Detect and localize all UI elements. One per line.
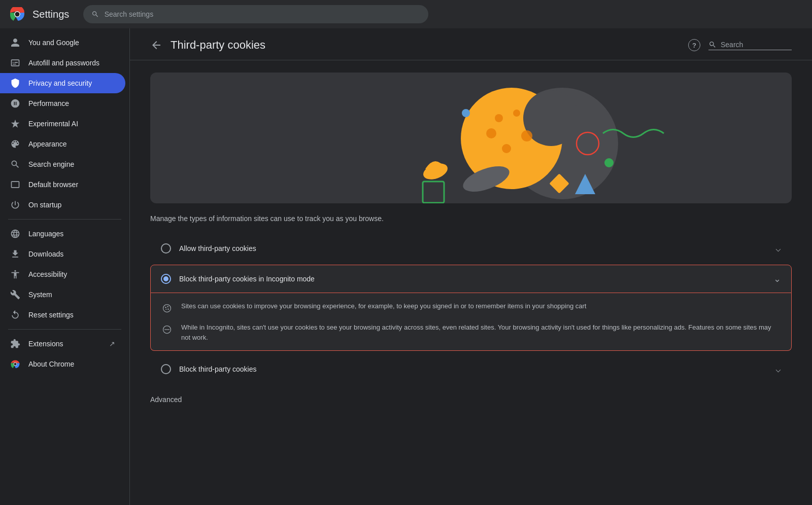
option-block-all[interactable]: Block third-party cookies ⌵ <box>150 355 792 383</box>
sidebar-label-privacy: Privacy and security <box>28 79 92 87</box>
radio-block-all[interactable] <box>161 364 171 374</box>
sidebar-label-on-startup: On startup <box>28 201 61 209</box>
sidebar-label-search-engine: Search engine <box>28 160 74 168</box>
page-title: Third-party cookies <box>171 39 265 52</box>
external-link-icon: ↗ <box>109 340 115 348</box>
option-allow[interactable]: Allow third-party cookies ⌵ <box>150 234 792 263</box>
svg-point-10 <box>521 130 532 141</box>
sidebar-item-on-startup[interactable]: On startup <box>0 195 125 215</box>
sidebar-item-performance[interactable]: Performance <box>0 93 125 114</box>
sidebar-item-you-and-google[interactable]: You and Google <box>0 32 125 53</box>
sidebar-item-about[interactable]: About Chrome <box>0 354 125 374</box>
help-button[interactable]: ? <box>688 39 700 51</box>
radio-block-incognito[interactable] <box>161 274 171 284</box>
content-header-right: ? <box>688 39 792 51</box>
svg-point-21 <box>163 305 171 312</box>
svg-point-8 <box>486 128 496 138</box>
sidebar-item-privacy[interactable]: Privacy and security <box>0 73 125 93</box>
svg-point-9 <box>502 144 511 153</box>
svg-point-1 <box>15 12 20 17</box>
reset-icon <box>10 310 20 320</box>
sidebar-item-extensions[interactable]: Extensions ↗ <box>0 334 125 354</box>
expanded-text-1: Sites can use cookies to improve your br… <box>181 301 586 311</box>
global-search-input[interactable] <box>105 10 421 18</box>
chrome-logo-icon <box>10 7 24 21</box>
globe-icon <box>10 229 20 239</box>
expanded-row-1: Sites can use cookies to improve your br… <box>161 301 781 314</box>
sidebar-item-reset[interactable]: Reset settings <box>0 305 125 325</box>
badge-icon <box>10 58 20 68</box>
sidebar-item-appearance[interactable]: Appearance <box>0 134 125 154</box>
chevron-down-icon-allow: ⌵ <box>775 243 781 254</box>
sidebar-label-languages: Languages <box>28 230 63 238</box>
cookie-detail-icon <box>161 302 173 314</box>
section-description: Manage the types of information sites ca… <box>130 213 812 234</box>
block-detail-icon <box>161 323 173 336</box>
expanded-row-2: While in Incognito, sites can't use your… <box>161 322 781 342</box>
sidebar-item-default-browser[interactable]: Default browser <box>0 174 125 195</box>
person-icon <box>10 38 20 48</box>
sidebar-label-downloads: Downloads <box>28 250 63 258</box>
svg-point-24 <box>167 308 169 310</box>
puzzle-icon <box>10 339 20 349</box>
option-block-incognito-label: Block third-party cookies in Incognito m… <box>179 275 765 283</box>
svg-point-22 <box>165 307 166 308</box>
sidebar-item-autofill[interactable]: Autofill and passwords <box>0 53 125 73</box>
sidebar-label-autofill: Autofill and passwords <box>28 59 99 67</box>
cookie-illustration <box>150 73 792 203</box>
radio-inner-dot <box>163 276 168 281</box>
content-search-bar[interactable] <box>708 41 792 50</box>
sidebar-label-extensions: Extensions <box>28 340 63 348</box>
advanced-section-label: Advanced <box>130 385 812 408</box>
content-area: Third-party cookies ? <box>130 28 812 505</box>
sidebar-label-experimental-ai: Experimental AI <box>28 120 78 128</box>
content-header: Third-party cookies ? <box>130 28 812 60</box>
chevron-down-icon-block-all: ⌵ <box>775 364 781 375</box>
search-icon <box>91 10 99 18</box>
sidebar-item-system[interactable]: System <box>0 284 125 305</box>
sidebar-item-downloads[interactable]: Downloads <box>0 244 125 264</box>
back-button[interactable] <box>150 39 162 51</box>
sidebar-label-accessibility: Accessibility <box>28 270 67 278</box>
sidebar-label-appearance: Appearance <box>28 140 67 148</box>
sidebar-label-default-browser: Default browser <box>28 181 78 189</box>
app-title: Settings <box>32 9 69 20</box>
sidebar-item-languages[interactable]: Languages <box>0 224 125 244</box>
search-engine-icon <box>10 159 20 169</box>
expanded-text-2: While in Incognito, sites can't use your… <box>181 322 781 342</box>
shield-icon <box>10 78 20 88</box>
svg-point-12 <box>513 110 520 117</box>
sidebar-label-reset: Reset settings <box>28 311 74 319</box>
browser-icon <box>10 179 20 190</box>
svg-point-3 <box>14 363 17 366</box>
sidebar: You and Google Autofill and passwords Pr… <box>0 28 130 505</box>
chevron-up-icon-block-incognito: ⌄ <box>773 273 781 284</box>
expanded-block-incognito: Sites can use cookies to improve your br… <box>150 293 792 351</box>
wrench-icon <box>10 290 20 300</box>
svg-point-14 <box>462 109 470 117</box>
content-search-icon <box>708 41 717 49</box>
content-header-left: Third-party cookies <box>150 39 265 52</box>
accessibility-icon <box>10 269 20 279</box>
sidebar-item-accessibility[interactable]: Accessibility <box>0 264 125 284</box>
sparkle-icon <box>10 119 20 129</box>
content-search-input[interactable] <box>721 41 792 49</box>
download-icon <box>10 249 20 259</box>
radio-allow[interactable] <box>161 243 171 254</box>
sidebar-divider-2 <box>8 329 121 330</box>
svg-point-23 <box>167 306 168 307</box>
option-block-all-label: Block third-party cookies <box>179 365 767 373</box>
option-block-incognito[interactable]: Block third-party cookies in Incognito m… <box>150 265 792 293</box>
sidebar-item-experimental-ai[interactable]: Experimental AI <box>0 114 125 134</box>
palette-icon <box>10 139 20 149</box>
power-icon <box>10 200 20 210</box>
sidebar-label-system: System <box>28 291 52 299</box>
svg-point-25 <box>165 309 166 310</box>
sidebar-label-performance: Performance <box>28 99 69 107</box>
gauge-icon <box>10 98 20 109</box>
topbar: Settings <box>0 0 812 28</box>
global-search-bar[interactable] <box>83 5 428 23</box>
main-layout: You and Google Autofill and passwords Pr… <box>0 28 812 505</box>
option-allow-label: Allow third-party cookies <box>179 244 767 252</box>
sidebar-item-search-engine[interactable]: Search engine <box>0 154 125 174</box>
